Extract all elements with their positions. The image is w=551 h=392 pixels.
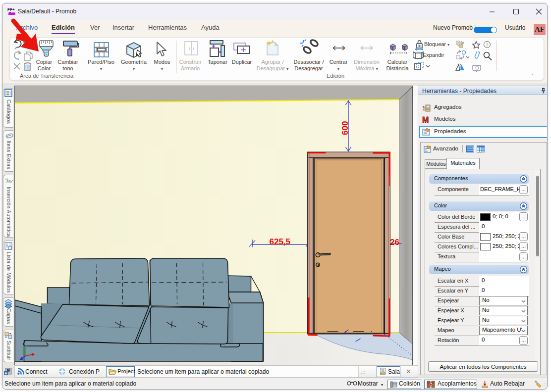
svg-text:?: ? (486, 43, 488, 48)
svg-text:600: 600 (340, 121, 350, 135)
svg-text:M: M (422, 116, 429, 124)
svg-text:625,5: 625,5 (270, 237, 291, 246)
svg-text:PP+: PP+ (7, 7, 15, 12)
svg-text:26: 26 (390, 238, 399, 247)
